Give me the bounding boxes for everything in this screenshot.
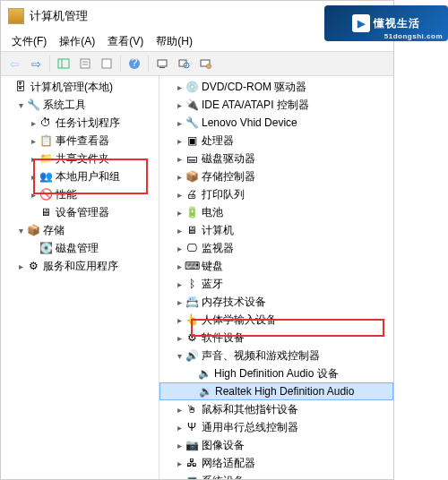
sound-icon: 🔊 [185, 348, 199, 363]
device-tool-button[interactable] [195, 54, 215, 73]
left-tree[interactable]: 🗄计算机管理(本地)▾🔧系统工具▸⏱任务计划程序▸📋事件查看器▸📁共享文件夹▸👥… [1, 76, 159, 479]
tree-item[interactable]: 🔉Realtek High Definition Audio [159, 382, 393, 400]
tree-item[interactable]: ▸📁共享文件夹 [1, 150, 159, 167]
pc-tool-button[interactable] [152, 54, 172, 73]
tree-item[interactable]: ▸💿DVD/CD-ROM 驱动器 [159, 78, 393, 96]
expand-toggle[interactable]: ▸ [174, 459, 185, 468]
tree-item[interactable]: ▸ᛒ蓝牙 [159, 275, 393, 293]
tree-item[interactable]: ▸⌨键盘 [159, 257, 393, 275]
tree-item[interactable]: ▸📋事件查看器 [1, 132, 159, 150]
tree-item[interactable]: ▸🖵监视器 [159, 239, 393, 257]
expand-toggle[interactable]: ▸ [174, 476, 185, 480]
menu-help[interactable]: 帮助(H) [151, 32, 198, 51]
expand-toggle[interactable]: ▸ [174, 190, 185, 200]
expand-toggle[interactable]: ▸ [15, 261, 26, 271]
expand-toggle[interactable]: ▸ [174, 136, 185, 146]
expand-toggle[interactable]: ▸ [174, 172, 185, 182]
menu-file[interactable]: 文件(F) [6, 32, 52, 51]
expand-toggle[interactable]: ▸ [174, 118, 185, 128]
expand-toggle[interactable]: ▸ [174, 82, 185, 92]
separator [148, 56, 149, 72]
tree-item-label: 声音、视频和游戏控制器 [201, 348, 320, 364]
tree-item-label: 系统设备 [201, 474, 245, 480]
expand-toggle[interactable]: ▾ [15, 226, 26, 236]
services-icon: ⚙ [26, 259, 40, 273]
tree-item[interactable]: 🔉High Definition Audio 设备 [159, 364, 393, 382]
tree-item-label: 图像设备 [201, 438, 245, 453]
tree-item[interactable]: ▾📦存储 [1, 221, 159, 239]
expand-toggle[interactable]: ▸ [28, 190, 39, 200]
expand-toggle[interactable]: ▸ [28, 172, 39, 182]
expand-toggle[interactable]: ▸ [174, 226, 185, 236]
tree-item[interactable]: ▸⚙软件设备 [159, 329, 393, 347]
tree-item[interactable]: ▸👆人体学输入设备 [159, 311, 393, 329]
tree-item-label: 监视器 [201, 241, 234, 256]
expand-toggle[interactable]: ▸ [28, 136, 39, 146]
svg-rect-8 [158, 60, 167, 66]
menu-action[interactable]: 操作(A) [54, 32, 100, 51]
show-hide-button[interactable] [54, 54, 73, 73]
expand-toggle[interactable]: ▸ [174, 208, 185, 218]
tree-item[interactable]: ▸💻系统设备 [159, 472, 393, 479]
expand-toggle[interactable]: ▸ [174, 279, 185, 289]
expand-toggle[interactable]: ▾ [15, 100, 26, 110]
expand-toggle[interactable]: ▸ [174, 100, 185, 110]
speaker-icon: 🔉 [197, 366, 211, 381]
expand-toggle[interactable]: ▸ [174, 154, 185, 164]
expand-toggle[interactable]: ▸ [174, 297, 185, 307]
tree-item[interactable]: ▸🖧网络适配器 [159, 454, 393, 472]
nav-forward-button[interactable]: ⇨ [26, 54, 46, 73]
svg-rect-5 [102, 59, 111, 68]
tree-item[interactable]: ▸🖱鼠标和其他指针设备 [159, 400, 393, 418]
expand-toggle[interactable]: ▸ [174, 441, 185, 450]
right-tree[interactable]: ▸💿DVD/CD-ROM 驱动器▸🔌IDE ATA/ATAPI 控制器▸🔧Len… [159, 76, 393, 479]
tree-item[interactable]: ▸📷图像设备 [159, 436, 393, 454]
tree-item[interactable]: ▸⏱任务计划程序 [1, 114, 159, 132]
tree-item[interactable]: ▸🖨打印队列 [159, 185, 393, 203]
tree-item-label: 任务计划程序 [55, 116, 120, 131]
expand-toggle[interactable]: ▸ [28, 154, 39, 164]
tree-item[interactable]: ▸▣处理器 [159, 132, 393, 150]
tree-item[interactable]: ▸👥本地用户和组 [1, 167, 159, 185]
tree-item[interactable]: ▸Ψ通用串行总线控制器 [159, 418, 393, 436]
expand-toggle[interactable]: ▸ [174, 261, 185, 271]
expand-toggle[interactable]: ▸ [174, 405, 185, 415]
tree-item[interactable]: ▸🔋电池 [159, 203, 393, 221]
watermark-brand: 懂视生活 [374, 16, 420, 31]
nav-back-button[interactable]: ⇦ [4, 54, 24, 73]
expand-toggle[interactable]: ▾ [174, 351, 185, 361]
properties-button[interactable] [75, 54, 95, 73]
expand-toggle[interactable]: ▸ [174, 333, 185, 343]
tree-item[interactable]: 🗄计算机管理(本地) [1, 78, 159, 96]
svg-rect-0 [58, 59, 69, 68]
tree-item[interactable]: ▸📦存储控制器 [159, 167, 393, 185]
menu-view[interactable]: 查看(V) [102, 32, 149, 51]
tree-item[interactable]: ▸🖥计算机 [159, 221, 393, 239]
tree-item[interactable]: ▸🚫性能 [1, 185, 159, 203]
tree-item-label: 键盘 [201, 259, 223, 274]
expand-toggle[interactable]: ▸ [28, 118, 39, 128]
tree-item[interactable]: ▾🔊声音、视频和游戏控制器 [159, 347, 393, 364]
tree-item[interactable]: ▸🖴磁盘驱动器 [159, 150, 393, 167]
tree-item[interactable]: ▸🔌IDE ATA/ATAPI 控制器 [159, 96, 393, 114]
tree-item-label: 计算机 [201, 223, 234, 238]
expand-toggle[interactable]: ▸ [174, 244, 185, 253]
tree-item-label: 鼠标和其他指针设备 [201, 402, 298, 417]
keyboard-icon: ⌨ [185, 259, 199, 273]
tree-item[interactable]: ▸⚙服务和应用程序 [1, 257, 159, 275]
expand-toggle[interactable]: ▸ [174, 423, 185, 433]
tree-item[interactable]: ▸🔧Lenovo Vhid Device [159, 114, 393, 132]
arrow-right-icon: ⇨ [31, 57, 41, 71]
tree-item-label: High Definition Audio 设备 [213, 366, 339, 381]
refresh2-button[interactable] [97, 54, 116, 73]
tree-item[interactable]: ▾🔧系统工具 [1, 96, 159, 114]
tree-item[interactable]: 🖥设备管理器 [1, 203, 159, 221]
expand-toggle[interactable]: ▸ [174, 315, 185, 325]
scan-button[interactable] [174, 54, 194, 73]
tree-item-label: 系统工具 [42, 98, 86, 113]
usb-icon: Ψ [185, 420, 199, 434]
help-button[interactable]: ? [125, 54, 144, 73]
tree-item[interactable]: ▸📇内存技术设备 [159, 293, 393, 311]
tree-item[interactable]: 💽磁盘管理 [1, 239, 159, 257]
printq-icon: 🖨 [185, 187, 199, 201]
